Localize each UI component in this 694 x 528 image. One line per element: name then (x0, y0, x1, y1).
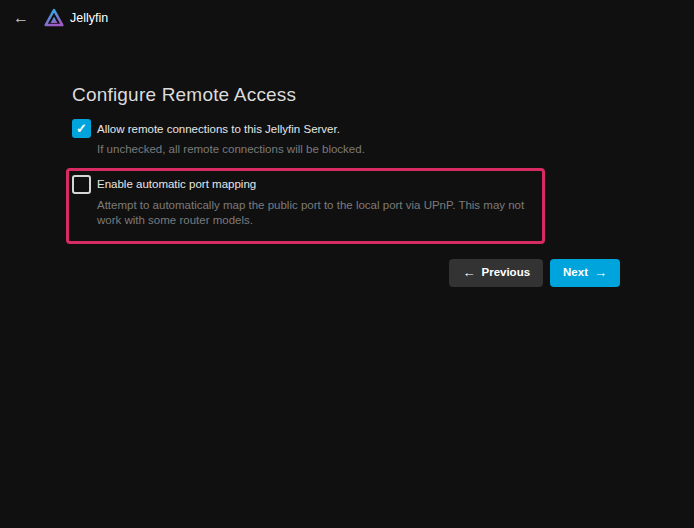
check-icon: ✓ (76, 122, 87, 135)
enable-port-mapping-label[interactable]: Enable automatic port mapping (97, 178, 256, 190)
allow-remote-connections-label[interactable]: Allow remote connections to this Jellyfi… (97, 123, 340, 135)
wizard-content: Configure Remote Access ✓ Allow remote c… (72, 84, 620, 287)
next-button-label: Next (563, 267, 588, 279)
next-button[interactable]: Next → (550, 259, 620, 287)
option-enable-port-mapping: Enable automatic port mapping Attempt to… (72, 175, 534, 229)
highlight-annotation-box: Enable automatic port mapping Attempt to… (66, 168, 545, 244)
arrow-left-icon: ← (462, 266, 475, 279)
arrow-right-icon: → (594, 266, 607, 279)
enable-port-mapping-description: Attempt to automatically map the public … (97, 198, 534, 229)
wizard-buttons-row: ← Previous Next → (72, 259, 620, 287)
allow-remote-connections-description: If unchecked, all remote connections wil… (97, 142, 620, 158)
back-arrow-icon: ← (13, 9, 29, 27)
app-logo: Jellyfin (44, 8, 108, 28)
option-allow-remote-connections: ✓ Allow remote connections to this Jelly… (72, 119, 620, 158)
previous-button-label: Previous (481, 267, 530, 279)
back-button[interactable]: ← (8, 5, 34, 31)
page-title: Configure Remote Access (72, 84, 620, 106)
enable-port-mapping-checkbox[interactable] (72, 175, 91, 194)
jellyfin-logo-icon (44, 8, 64, 28)
allow-remote-connections-checkbox[interactable]: ✓ (72, 119, 91, 138)
previous-button[interactable]: ← Previous (449, 259, 543, 287)
app-name: Jellyfin (70, 11, 108, 25)
app-bar: ← Jellyfin (0, 0, 694, 36)
